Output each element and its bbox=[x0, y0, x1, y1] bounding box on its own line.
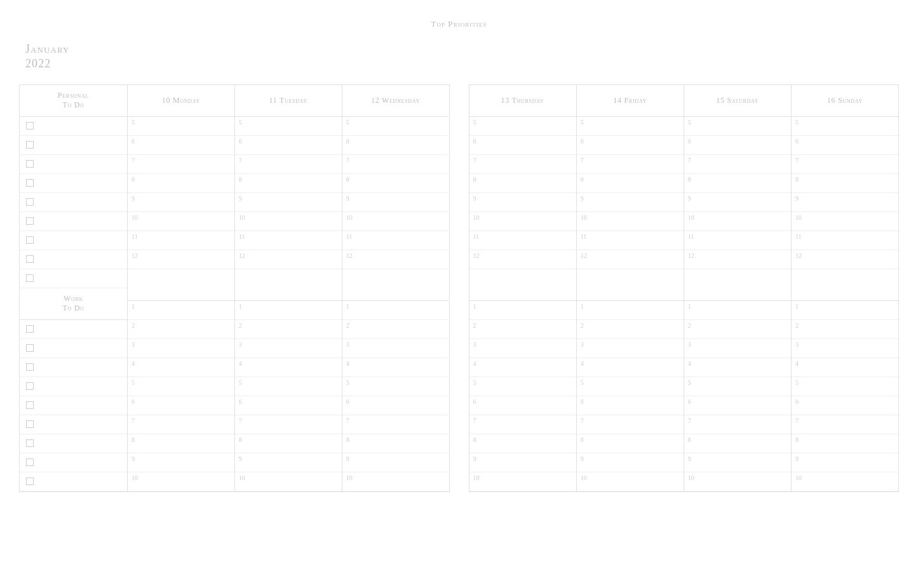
page: Top Priorities January 2022 PersonalTo D… bbox=[0, 0, 918, 588]
time-row-sat-7pm: 7 bbox=[684, 415, 791, 434]
thursday-separator bbox=[469, 269, 576, 301]
time-row-fri-6: 6 bbox=[577, 136, 684, 155]
checkbox-row-p8 bbox=[20, 250, 127, 269]
time-row-sun-10: 10 bbox=[792, 212, 898, 231]
time-row-thu-5: 5 bbox=[469, 117, 576, 136]
checkbox-row-p4 bbox=[20, 174, 127, 193]
time-row-wed-7pm: 7 bbox=[342, 415, 449, 434]
checkbox-row-w7 bbox=[20, 434, 127, 453]
checkbox-row-p2 bbox=[20, 136, 127, 155]
time-row-tue-3: 3 bbox=[235, 339, 342, 358]
checkbox-p9[interactable] bbox=[26, 274, 34, 282]
time-row-sat-9: 9 bbox=[684, 193, 791, 212]
checkbox-p7[interactable] bbox=[26, 236, 34, 244]
time-row-thu-4: 4 bbox=[469, 358, 576, 377]
time-row-sun-9: 9 bbox=[792, 193, 898, 212]
year-label: 2022 bbox=[25, 57, 899, 71]
time-row-sat-11: 11 bbox=[684, 231, 791, 250]
time-row-sat-3: 3 bbox=[684, 339, 791, 358]
time-row-fri-7pm: 7 bbox=[577, 415, 684, 434]
checkbox-p6[interactable] bbox=[26, 217, 34, 225]
time-row-thu-5pm: 5 bbox=[469, 377, 576, 396]
time-row-sat-2: 2 bbox=[684, 320, 791, 339]
time-row-sat-5pm: 5 bbox=[684, 377, 791, 396]
day-col-saturday: 15 Saturday 5 6 7 8 9 10 11 12 1 2 3 4 5… bbox=[684, 85, 792, 491]
saturday-separator bbox=[684, 269, 791, 301]
time-row-sat-5: 5 bbox=[684, 117, 791, 136]
time-row-mon-5: 5 bbox=[128, 117, 234, 136]
time-row-tue-8: 8 bbox=[235, 174, 342, 193]
time-row-sat-1: 1 bbox=[684, 301, 791, 320]
time-row-tue-5: 5 bbox=[235, 117, 342, 136]
time-row-sun-6: 6 bbox=[792, 136, 898, 155]
time-row-wed-2: 2 bbox=[342, 320, 449, 339]
time-row-tue-9pm: 9 bbox=[235, 453, 342, 472]
time-row-fri-9: 9 bbox=[577, 193, 684, 212]
checkbox-w4[interactable] bbox=[26, 382, 34, 390]
time-row-tue-8pm: 8 bbox=[235, 434, 342, 453]
sidebar-header: PersonalTo Do bbox=[20, 85, 127, 117]
checkbox-w9[interactable] bbox=[26, 478, 34, 485]
time-row-wed-1: 1 bbox=[342, 301, 449, 320]
time-row-sat-10: 10 bbox=[684, 212, 791, 231]
time-row-wed-12: 12 bbox=[342, 250, 449, 269]
checkbox-w1[interactable] bbox=[26, 325, 34, 333]
month-label: January bbox=[25, 42, 899, 57]
time-row-thu-6: 6 bbox=[469, 136, 576, 155]
time-row-fri-3: 3 bbox=[577, 339, 684, 358]
tuesday-header: 11 Tuesday bbox=[235, 85, 342, 117]
thursday-header: 13 Thursday bbox=[469, 85, 576, 117]
time-row-wed-10pm: 10 bbox=[342, 472, 449, 491]
time-row-sun-10pm: 10 bbox=[792, 472, 898, 491]
sunday-separator bbox=[792, 269, 898, 301]
time-row-sun-7: 7 bbox=[792, 155, 898, 174]
week2-block: 13 Thursday 5 6 7 8 9 10 11 12 1 2 3 4 5… bbox=[469, 84, 900, 492]
checkbox-w2[interactable] bbox=[26, 344, 34, 352]
checkbox-p2[interactable] bbox=[26, 141, 34, 149]
friday-header: 14 Friday bbox=[577, 85, 684, 117]
time-row-tue-7pm: 7 bbox=[235, 415, 342, 434]
time-row-sun-2: 2 bbox=[792, 320, 898, 339]
time-row-mon-4: 4 bbox=[128, 358, 234, 377]
time-row-tue-1: 1 bbox=[235, 301, 342, 320]
checkbox-p8[interactable] bbox=[26, 255, 34, 263]
checkbox-row-p5 bbox=[20, 193, 127, 212]
time-row-sat-7: 7 bbox=[684, 155, 791, 174]
time-row-sat-4: 4 bbox=[684, 358, 791, 377]
time-row-wed-7: 7 bbox=[342, 155, 449, 174]
time-row-sun-8: 8 bbox=[792, 174, 898, 193]
time-row-sun-11: 11 bbox=[792, 231, 898, 250]
week2-wrapper: 13 Thursday 5 6 7 8 9 10 11 12 1 2 3 4 5… bbox=[469, 84, 900, 492]
day-col-tuesday: 11 Tuesday 5 6 7 8 9 10 11 12 1 2 3 4 5 … bbox=[235, 85, 342, 491]
checkbox-w8[interactable] bbox=[26, 458, 34, 466]
checkbox-p4[interactable] bbox=[26, 179, 34, 187]
checkbox-p3[interactable] bbox=[26, 160, 34, 168]
day-col-wednesday: 12 Wednesday 5 6 7 8 9 10 11 12 1 2 3 4 … bbox=[342, 85, 449, 491]
time-row-tue-12: 12 bbox=[235, 250, 342, 269]
time-row-mon-2: 2 bbox=[128, 320, 234, 339]
time-row-fri-8pm: 8 bbox=[577, 434, 684, 453]
time-row-mon-8pm: 8 bbox=[128, 434, 234, 453]
checkbox-w7[interactable] bbox=[26, 439, 34, 447]
monday-separator bbox=[128, 269, 234, 301]
time-row-mon-7pm: 7 bbox=[128, 415, 234, 434]
time-row-sat-6: 6 bbox=[684, 136, 791, 155]
time-row-mon-9: 9 bbox=[128, 193, 234, 212]
checkbox-w6[interactable] bbox=[26, 420, 34, 428]
day-col-friday: 14 Friday 5 6 7 8 9 10 11 12 1 2 3 4 5 6 bbox=[577, 85, 684, 491]
time-row-wed-9pm: 9 bbox=[342, 453, 449, 472]
time-row-wed-8: 8 bbox=[342, 174, 449, 193]
checkbox-row-w5 bbox=[20, 396, 127, 415]
week1-wrapper: PersonalTo Do WorkTo Do bbox=[19, 84, 450, 492]
weeks-container: PersonalTo Do WorkTo Do bbox=[19, 84, 899, 492]
time-row-mon-8: 8 bbox=[128, 174, 234, 193]
checkbox-p1[interactable] bbox=[26, 122, 34, 130]
time-row-fri-10: 10 bbox=[577, 212, 684, 231]
checkbox-row-w3 bbox=[20, 358, 127, 377]
time-row-mon-9pm: 9 bbox=[128, 453, 234, 472]
checkbox-p5[interactable] bbox=[26, 198, 34, 206]
checkbox-w3[interactable] bbox=[26, 363, 34, 371]
checkbox-w5[interactable] bbox=[26, 401, 34, 409]
week1-block: PersonalTo Do WorkTo Do bbox=[19, 84, 450, 492]
tuesday-separator bbox=[235, 269, 342, 301]
